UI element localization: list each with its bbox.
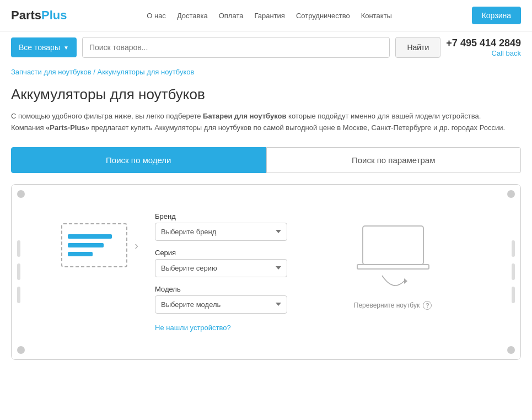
laptop-label: Переверните ноутбук ? [354,301,432,310]
search-input[interactable] [82,37,390,58]
model-group: Модель Выберите модель [155,285,287,314]
laptop-illustration-right: Переверните ноутбук ? [298,212,487,321]
series-group: Серия Выберите серию [155,249,287,277]
svg-rect-0 [363,226,423,265]
model-select[interactable]: Выберите модель [155,295,287,314]
svg-marker-3 [404,278,407,284]
nav-contacts[interactable]: Контакты [361,12,392,20]
brand-select[interactable]: Выберите бренд [155,223,287,241]
nav-about[interactable]: О нас [147,12,166,20]
page-title: Аккумуляторы для ноутбуков [11,86,521,103]
not-found-link[interactable]: Не нашли устройство? [155,324,231,332]
cart-button[interactable]: Корзина [472,7,521,24]
panel-inner: › Бренд Выберите бренд Серия Выберите се… [23,201,509,343]
circle-bot-left [17,346,25,354]
laptop-sketch-left: › [45,212,144,278]
search-tabs: Поиск по модели Поиск по параметрам [11,147,521,173]
laptop-svg [354,223,432,278]
logo-parts: Parts [11,8,41,22]
side-bar [17,240,20,257]
model-label: Модель [155,285,287,293]
svg-rect-1 [357,265,429,269]
side-bar [512,240,515,257]
sketch-line [68,234,112,239]
circle-top-right [507,190,515,198]
chevron-down-icon: ▼ [63,45,69,51]
circle-top-left [17,190,25,198]
series-label: Серия [155,249,287,257]
search-bar: Все товары ▼ Найти +7 495 414 2849 Call … [0,31,532,63]
circle-bot-right [507,346,515,354]
breadcrumb: Запчасти для ноутбуков / Аккумуляторы дл… [0,63,532,80]
breadcrumb-part1[interactable]: Запчасти для ноутбуков [11,68,92,76]
nav-delivery[interactable]: Доставка [177,12,208,20]
logo-plus: Plus [41,8,67,22]
breadcrumb-part2: Аккумуляторы для ноутбуков [97,68,194,76]
header: PartsPlus О нас Доставка Оплата Гарантия… [0,0,532,31]
tab-model[interactable]: Поиск по модели [11,147,266,173]
search-button[interactable]: Найти [395,37,440,58]
side-bars-left [17,240,20,303]
all-goods-label: Все товары [19,43,60,52]
side-bars-right [512,240,515,303]
brand-label: Бренд [155,212,287,220]
tab-params[interactable]: Поиск по параметрам [266,147,522,173]
brand-group: Бренд Выберите бренд [155,212,287,241]
side-bar [512,287,515,303]
nav-payment[interactable]: Оплата [219,12,244,20]
series-select[interactable]: Выберите серию [155,259,287,277]
laptop-screen-sketch: › [61,223,127,267]
nav-warranty[interactable]: Гарантия [254,12,284,20]
phone-block: +7 495 414 2849 Call back [446,37,521,57]
laptop-label-text: Переверните ноутбук [354,301,420,309]
main-nav: О нас Доставка Оплата Гарантия Сотруднич… [78,12,461,20]
arrow-right-icon: › [135,239,138,251]
side-bar [17,287,20,303]
help-icon[interactable]: ? [423,301,432,310]
curved-arrow-svg [377,273,410,295]
page-description: С помощью удобного фильтра ниже, вы легк… [11,111,507,134]
sketch-line [68,243,104,247]
phone-number: +7 495 414 2849 [446,37,521,49]
side-bar [512,263,515,280]
all-goods-button[interactable]: Все товары ▼ [11,37,77,57]
main-content: Аккумуляторы для ноутбуков С помощью удо… [0,80,532,376]
nav-cooperation[interactable]: Сотрудничество [296,12,350,20]
logo[interactable]: PartsPlus [11,8,67,23]
model-select-form: Бренд Выберите бренд Серия Выберите сери… [155,212,287,332]
search-panel: › Бренд Выберите бренд Серия Выберите се… [11,184,521,360]
call-back-link[interactable]: Call back [446,49,521,57]
sketch-line [68,252,93,256]
side-bar [17,263,20,280]
